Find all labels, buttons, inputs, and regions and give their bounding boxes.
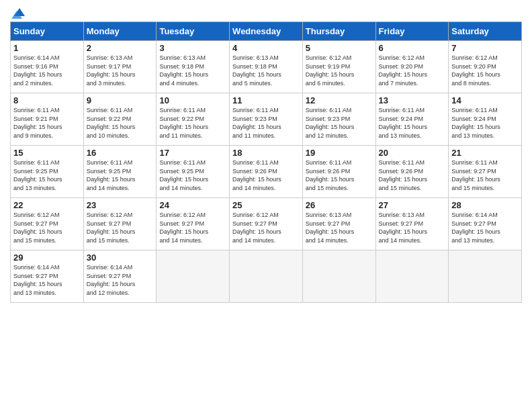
daylight-minutes: and 14 minutes. xyxy=(232,237,275,244)
calendar-cell: 11 Sunrise: 6:11 AM Sunset: 9:23 PM Dayl… xyxy=(230,93,303,146)
cell-info: Sunrise: 6:11 AM Sunset: 9:23 PM Dayligh… xyxy=(306,106,373,140)
calendar-week-0: 1 Sunrise: 6:14 AM Sunset: 9:16 PM Dayli… xyxy=(11,41,522,93)
daylight-minutes: and 8 minutes. xyxy=(451,80,491,87)
cell-info: Sunrise: 6:11 AM Sunset: 9:22 PM Dayligh… xyxy=(159,106,226,140)
day-number: 24 xyxy=(159,200,226,210)
day-number: 12 xyxy=(306,95,373,105)
logo xyxy=(10,7,26,16)
day-header-saturday: Saturday xyxy=(449,22,522,41)
daylight-label: Daylight: 15 hours xyxy=(379,176,428,183)
daylight-minutes: and 11 minutes. xyxy=(159,132,202,139)
cell-info: Sunrise: 6:11 AM Sunset: 9:24 PM Dayligh… xyxy=(451,106,519,140)
calendar-cell: 19 Sunrise: 6:11 AM Sunset: 9:26 PM Dayl… xyxy=(302,146,375,198)
day-number: 13 xyxy=(379,95,446,105)
page-container: SundayMondayTuesdayWednesdayThursdayFrid… xyxy=(0,0,532,310)
daylight-minutes: and 15 minutes. xyxy=(87,237,130,244)
day-number: 28 xyxy=(451,200,519,210)
day-number: 5 xyxy=(306,43,373,53)
calendar-cell: 20 Sunrise: 6:11 AM Sunset: 9:26 PM Dayl… xyxy=(375,146,449,198)
daylight-label: Daylight: 15 hours xyxy=(306,124,355,130)
day-number: 11 xyxy=(232,95,300,105)
daylight-label: Daylight: 15 hours xyxy=(379,228,428,235)
day-number: 10 xyxy=(159,95,226,105)
daylight-minutes: and 12 minutes. xyxy=(306,132,349,139)
cell-info: Sunrise: 6:11 AM Sunset: 9:26 PM Dayligh… xyxy=(306,158,373,192)
calendar-cell: 16 Sunrise: 6:11 AM Sunset: 9:25 PM Dayl… xyxy=(83,146,157,198)
daylight-minutes: and 13 minutes. xyxy=(451,132,494,139)
cell-info: Sunrise: 6:13 AM Sunset: 9:18 PM Dayligh… xyxy=(159,54,226,87)
cell-info: Sunrise: 6:12 AM Sunset: 9:27 PM Dayligh… xyxy=(13,211,81,244)
daylight-label: Daylight: 15 hours xyxy=(13,228,62,235)
cell-info: Sunrise: 6:13 AM Sunset: 9:27 PM Dayligh… xyxy=(379,211,446,244)
daylight-minutes: and 13 minutes. xyxy=(13,289,56,296)
daylight-minutes: and 15 minutes. xyxy=(379,185,422,191)
daylight-minutes: and 14 minutes. xyxy=(87,185,130,191)
calendar-cell: 10 Sunrise: 6:11 AM Sunset: 9:22 PM Dayl… xyxy=(157,93,230,146)
daylight-label: Daylight: 15 hours xyxy=(451,228,500,235)
calendar-cell: 24 Sunrise: 6:12 AM Sunset: 9:27 PM Dayl… xyxy=(157,198,230,250)
calendar-cell: 25 Sunrise: 6:12 AM Sunset: 9:27 PM Dayl… xyxy=(230,198,303,250)
cell-info: Sunrise: 6:14 AM Sunset: 9:27 PM Dayligh… xyxy=(13,263,81,297)
calendar-cell: 22 Sunrise: 6:12 AM Sunset: 9:27 PM Dayl… xyxy=(11,198,84,250)
daylight-minutes: and 13 minutes. xyxy=(451,237,494,244)
day-number: 17 xyxy=(159,148,226,158)
daylight-label: Daylight: 15 hours xyxy=(159,176,208,183)
daylight-label: Daylight: 15 hours xyxy=(159,124,208,130)
daylight-minutes: and 2 minutes. xyxy=(13,80,53,87)
daylight-minutes: and 15 minutes. xyxy=(306,185,349,191)
daylight-label: Daylight: 15 hours xyxy=(232,71,281,78)
calendar-week-2: 15 Sunrise: 6:11 AM Sunset: 9:25 PM Dayl… xyxy=(11,146,522,198)
daylight-label: Daylight: 15 hours xyxy=(232,124,281,130)
calendar-cell: 29 Sunrise: 6:14 AM Sunset: 9:27 PM Dayl… xyxy=(11,250,84,303)
calendar-week-3: 22 Sunrise: 6:12 AM Sunset: 9:27 PM Dayl… xyxy=(11,198,522,250)
daylight-minutes: and 15 minutes. xyxy=(13,237,56,244)
day-number: 7 xyxy=(451,43,519,53)
day-header-monday: Monday xyxy=(83,22,157,41)
cell-info: Sunrise: 6:12 AM Sunset: 9:20 PM Dayligh… xyxy=(379,54,446,87)
day-header-thursday: Thursday xyxy=(302,22,375,41)
daylight-label: Daylight: 15 hours xyxy=(159,71,208,78)
cell-info: Sunrise: 6:11 AM Sunset: 9:22 PM Dayligh… xyxy=(87,106,154,140)
calendar-body: 1 Sunrise: 6:14 AM Sunset: 9:16 PM Dayli… xyxy=(11,41,522,303)
day-number: 4 xyxy=(232,43,300,53)
daylight-label: Daylight: 15 hours xyxy=(87,228,136,235)
cell-info: Sunrise: 6:12 AM Sunset: 9:27 PM Dayligh… xyxy=(159,211,226,244)
cell-info: Sunrise: 6:11 AM Sunset: 9:25 PM Dayligh… xyxy=(87,158,154,192)
day-number: 25 xyxy=(232,200,300,210)
calendar-header-row: SundayMondayTuesdayWednesdayThursdayFrid… xyxy=(11,22,522,41)
day-header-sunday: Sunday xyxy=(11,22,84,41)
daylight-minutes: and 10 minutes. xyxy=(87,132,130,139)
daylight-label: Daylight: 15 hours xyxy=(232,176,281,183)
calendar-cell: 8 Sunrise: 6:11 AM Sunset: 9:21 PM Dayli… xyxy=(11,93,84,146)
header xyxy=(10,7,522,16)
calendar-cell: 23 Sunrise: 6:12 AM Sunset: 9:27 PM Dayl… xyxy=(83,198,157,250)
day-number: 27 xyxy=(379,200,446,210)
calendar-cell: 4 Sunrise: 6:13 AM Sunset: 9:18 PM Dayli… xyxy=(230,41,303,93)
calendar-cell: 2 Sunrise: 6:13 AM Sunset: 9:17 PM Dayli… xyxy=(83,41,157,93)
day-number: 18 xyxy=(232,148,300,158)
cell-info: Sunrise: 6:11 AM Sunset: 9:26 PM Dayligh… xyxy=(379,158,446,192)
daylight-minutes: and 11 minutes. xyxy=(232,132,275,139)
daylight-minutes: and 5 minutes. xyxy=(232,80,272,87)
daylight-minutes: and 7 minutes. xyxy=(379,80,418,87)
calendar-cell xyxy=(302,250,375,303)
calendar-cell: 15 Sunrise: 6:11 AM Sunset: 9:25 PM Dayl… xyxy=(11,146,84,198)
day-number: 14 xyxy=(451,95,519,105)
daylight-label: Daylight: 15 hours xyxy=(87,281,136,287)
day-number: 1 xyxy=(13,43,81,53)
cell-info: Sunrise: 6:14 AM Sunset: 9:27 PM Dayligh… xyxy=(451,211,519,244)
cell-info: Sunrise: 6:13 AM Sunset: 9:27 PM Dayligh… xyxy=(306,211,373,244)
calendar-cell: 14 Sunrise: 6:11 AM Sunset: 9:24 PM Dayl… xyxy=(449,93,522,146)
daylight-label: Daylight: 15 hours xyxy=(87,71,136,78)
daylight-minutes: and 14 minutes. xyxy=(232,185,275,191)
calendar-cell: 6 Sunrise: 6:12 AM Sunset: 9:20 PM Dayli… xyxy=(375,41,449,93)
calendar-cell: 30 Sunrise: 6:14 AM Sunset: 9:27 PM Dayl… xyxy=(83,250,157,303)
calendar-cell: 28 Sunrise: 6:14 AM Sunset: 9:27 PM Dayl… xyxy=(449,198,522,250)
cell-info: Sunrise: 6:12 AM Sunset: 9:20 PM Dayligh… xyxy=(451,54,519,87)
day-number: 2 xyxy=(87,43,154,53)
daylight-label: Daylight: 15 hours xyxy=(13,281,62,287)
daylight-label: Daylight: 15 hours xyxy=(232,228,281,235)
daylight-label: Daylight: 15 hours xyxy=(379,124,428,130)
cell-info: Sunrise: 6:11 AM Sunset: 9:23 PM Dayligh… xyxy=(232,106,300,140)
daylight-label: Daylight: 15 hours xyxy=(306,176,355,183)
